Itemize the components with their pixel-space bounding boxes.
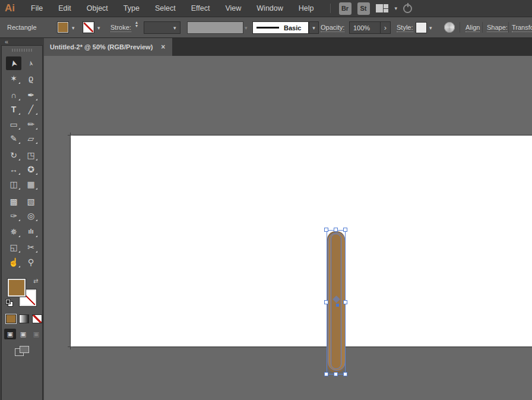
menu-divider xyxy=(330,4,331,13)
zoom-tool-icon: ⚲ xyxy=(28,258,34,266)
lasso-tool[interactable]: ϱ xyxy=(23,71,39,85)
hand-tool-icon: ☝ xyxy=(8,258,18,266)
menu-bar-right: Br St ▾ xyxy=(330,2,413,15)
menu-type[interactable]: Type xyxy=(116,0,147,17)
puppet-warp-tool[interactable]: ✪ xyxy=(23,162,39,176)
document-tab[interactable]: Untitled-2* @ 50% (RGB/Preview) × xyxy=(43,38,172,56)
fill-chevron-icon[interactable]: ▾ xyxy=(72,25,75,31)
menu-object[interactable]: Object xyxy=(79,0,116,17)
rotate-tool[interactable]: ↻ xyxy=(6,148,21,162)
draw-normal-icon[interactable]: ▣ xyxy=(4,329,16,339)
handle-bottom-center[interactable] xyxy=(334,372,338,376)
stroke-panel-link[interactable]: Stroke: xyxy=(110,24,131,32)
handle-top-right[interactable] xyxy=(343,228,347,232)
opacity-arrow-icon[interactable]: › xyxy=(380,22,390,33)
align-panel-link[interactable]: Align xyxy=(466,24,480,32)
shaper-tool-icon: ✎ xyxy=(10,134,17,143)
none-button[interactable] xyxy=(32,314,42,323)
direct-selection-tool[interactable]: ➢ xyxy=(23,56,39,70)
fill-color-swatch[interactable] xyxy=(57,21,69,33)
width-tool[interactable]: ↔ xyxy=(6,162,21,176)
paintbrush-tool[interactable]: ✏ xyxy=(23,117,39,131)
curvature-tool[interactable]: ∩ xyxy=(6,88,21,102)
stroke-color-swatch[interactable] xyxy=(83,21,94,33)
selection-tool[interactable]: ➤ xyxy=(6,56,21,70)
style-chevron-icon[interactable]: ▾ xyxy=(429,25,432,31)
stock-button[interactable]: St xyxy=(357,2,370,15)
menu-window[interactable]: Window xyxy=(249,0,290,17)
selection-tool-icon: ➤ xyxy=(9,59,19,68)
opacity-value[interactable]: 100% xyxy=(353,24,380,32)
transform-panel-link[interactable]: Transform xyxy=(512,24,532,32)
brush-chevron-icon[interactable]: ▾ xyxy=(309,21,319,34)
handle-top-center[interactable] xyxy=(334,228,338,232)
symbol-sprayer-tool-icon: ✵ xyxy=(10,228,17,236)
handle-mid-left[interactable] xyxy=(324,300,328,304)
menu-file[interactable]: File xyxy=(23,0,50,17)
shape-builder-tool[interactable]: ◫ xyxy=(6,177,21,191)
change-screen-mode-icon[interactable] xyxy=(15,346,30,358)
stroke-chevron-icon[interactable]: ▾ xyxy=(97,25,100,31)
default-fill-stroke-icon[interactable] xyxy=(5,299,13,307)
hand-tool[interactable]: ☝ xyxy=(6,255,21,269)
canvas-pasteboard[interactable] xyxy=(44,56,532,400)
fill-proxy-swatch[interactable] xyxy=(8,279,26,297)
perspective-grid-tool[interactable]: ▦ xyxy=(23,177,39,191)
perspective-grid-tool-icon: ▦ xyxy=(27,180,34,188)
workspace-chevron-icon[interactable]: ▾ xyxy=(395,5,398,11)
menu-help[interactable]: Help xyxy=(291,0,322,17)
draw-behind-icon[interactable]: ▣ xyxy=(17,329,29,339)
handle-bottom-left[interactable] xyxy=(324,372,328,376)
stroke-weight-chevron-icon[interactable]: ▾ xyxy=(173,25,176,31)
recolor-artwork-icon[interactable] xyxy=(444,22,455,33)
gradient-tool[interactable]: ▧ xyxy=(23,194,39,208)
style-panel-link[interactable]: Style: xyxy=(397,24,413,32)
artboard-tool-icon: ◱ xyxy=(10,243,17,251)
shape-panel-link[interactable]: Shape: xyxy=(487,24,508,32)
direct-selection-tool-icon: ➢ xyxy=(27,60,35,67)
rotate-tool-icon: ↻ xyxy=(10,151,17,159)
sync-status-icon[interactable] xyxy=(403,4,412,13)
tab-close-icon[interactable]: × xyxy=(161,43,165,51)
handle-bottom-right[interactable] xyxy=(343,372,347,376)
shaper-tool[interactable]: ✎ xyxy=(6,131,21,145)
artboard-tool[interactable]: ◱ xyxy=(6,240,21,254)
graphic-style-swatch[interactable] xyxy=(416,22,427,33)
pen-tool[interactable]: ✒ xyxy=(23,88,39,102)
eyedropper-tool[interactable]: ✑ xyxy=(6,209,21,222)
zoom-tool[interactable]: ⚲ xyxy=(23,255,39,269)
handle-mid-right[interactable] xyxy=(343,300,347,304)
tools-column: ➤ ➢ ✶ ϱ ∩ ✒ T ╱ ▭ ✏ ✎ ▱ ↻ ◳ ↔ ✪ ◫ ▦ ▩ ▧ … xyxy=(0,38,44,400)
collapse-panel-icon[interactable]: « xyxy=(5,38,8,45)
opacity-field[interactable]: 100% › xyxy=(349,21,391,34)
menu-effect[interactable]: Effect xyxy=(183,0,218,17)
eraser-tool[interactable]: ▱ xyxy=(23,131,39,145)
symbol-sprayer-tool[interactable]: ✵ xyxy=(6,225,21,238)
bridge-button[interactable]: Br xyxy=(339,2,352,15)
gradient-button[interactable] xyxy=(19,314,29,323)
color-button[interactable] xyxy=(6,314,16,323)
workspace-switcher-icon[interactable] xyxy=(376,4,389,13)
artboard[interactable] xyxy=(70,135,532,347)
draw-inside-icon[interactable]: ▣ xyxy=(30,329,42,339)
tools-panel: ➤ ➢ ✶ ϱ ∩ ✒ T ╱ ▭ ✏ ✎ ▱ ↻ ◳ ↔ ✪ ◫ ▦ ▩ ▧ … xyxy=(1,45,43,400)
scale-tool[interactable]: ◳ xyxy=(23,148,39,162)
mesh-tool[interactable]: ▩ xyxy=(6,194,21,208)
blend-tool[interactable]: ◎ xyxy=(23,209,39,222)
handle-top-left[interactable] xyxy=(324,228,328,232)
menu-view[interactable]: View xyxy=(217,0,249,17)
menu-select[interactable]: Select xyxy=(147,0,183,17)
type-tool[interactable]: T xyxy=(6,102,21,116)
brush-definition-dropdown[interactable]: Basic xyxy=(252,21,309,34)
swap-fill-stroke-icon[interactable]: ⇄ xyxy=(33,278,38,284)
center-point-indicator[interactable] xyxy=(336,304,339,307)
menu-edit[interactable]: Edit xyxy=(50,0,79,17)
rectangle-tool[interactable]: ▭ xyxy=(6,117,21,131)
line-segment-tool[interactable]: ╱ xyxy=(23,102,39,116)
slice-tool[interactable]: ✂ xyxy=(23,240,39,254)
opacity-panel-link[interactable]: Opacity: xyxy=(321,24,344,32)
stroke-weight-stepper[interactable]: ▴ ▾ xyxy=(135,21,138,28)
panel-grip[interactable] xyxy=(12,49,33,52)
magic-wand-tool[interactable]: ✶ xyxy=(6,71,21,85)
column-graph-tool[interactable]: ılı xyxy=(23,225,39,238)
